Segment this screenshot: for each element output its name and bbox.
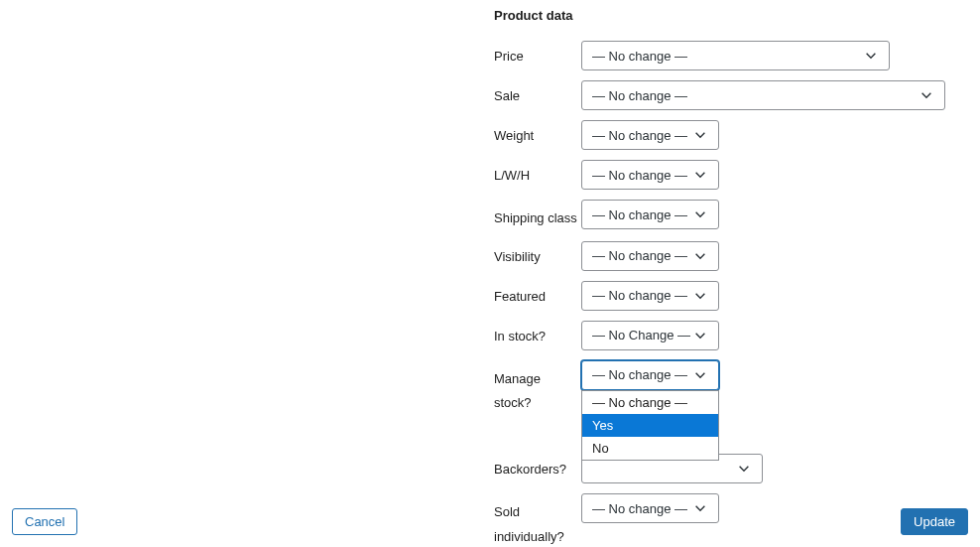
select-weight[interactable]: — No change — xyxy=(581,120,719,150)
select-lwh[interactable]: — No change — xyxy=(581,160,719,190)
label-shipping-class: Shipping class xyxy=(494,200,581,231)
label-sale: Sale xyxy=(494,80,581,105)
chevron-down-icon xyxy=(692,167,708,183)
label-weight: Weight xyxy=(494,120,581,145)
dropdown-option-yes[interactable]: Yes xyxy=(582,414,718,437)
select-featured[interactable]: — No change — xyxy=(581,281,719,311)
select-sale-value: — No change — xyxy=(592,88,687,103)
label-featured: Featured xyxy=(494,281,581,306)
select-lwh-value: — No change — xyxy=(592,168,687,183)
chevron-down-icon xyxy=(692,367,708,383)
label-backorders: Backorders? xyxy=(494,454,581,479)
dropdown-option-no[interactable]: No xyxy=(582,437,718,460)
chevron-down-icon xyxy=(692,328,708,343)
label-lwh: L/W/H xyxy=(494,160,581,185)
select-manage-stock-value: — No change — xyxy=(592,367,687,382)
update-button[interactable]: Update xyxy=(901,508,968,535)
select-shipping-class-value: — No change — xyxy=(592,207,687,222)
cancel-button[interactable]: Cancel xyxy=(12,508,77,535)
label-shipping-class-text: Shipping class xyxy=(494,206,581,231)
dropdown-option-nochange[interactable]: — No change — xyxy=(582,391,718,414)
chevron-down-icon xyxy=(692,127,708,143)
chevron-down-icon xyxy=(692,288,708,304)
label-visibility: Visibility xyxy=(494,241,581,266)
label-in-stock: In stock? xyxy=(494,321,581,345)
chevron-down-icon xyxy=(863,48,879,64)
select-price[interactable]: — No change — xyxy=(581,41,890,70)
select-sale[interactable]: — No change — xyxy=(581,80,945,110)
select-price-value: — No change — xyxy=(592,49,687,64)
chevron-down-icon xyxy=(692,206,708,222)
select-featured-value: — No change — xyxy=(592,288,687,303)
select-manage-stock[interactable]: — No change — xyxy=(581,360,719,390)
label-manage-stock: Manage stock? xyxy=(494,360,581,416)
label-manage-stock-text: Manage stock? xyxy=(494,367,581,416)
section-title: Product data xyxy=(494,8,968,23)
label-price: Price xyxy=(494,41,581,66)
chevron-down-icon xyxy=(692,248,708,264)
dropdown-manage-stock[interactable]: — No change — Yes No xyxy=(581,390,719,461)
chevron-down-icon xyxy=(919,87,934,103)
select-visibility-value: — No change — xyxy=(592,248,687,263)
select-in-stock-value: — No Change — xyxy=(592,328,690,342)
select-visibility[interactable]: — No change — xyxy=(581,241,719,271)
select-in-stock[interactable]: — No Change — xyxy=(581,321,719,350)
chevron-down-icon xyxy=(736,461,752,477)
select-weight-value: — No change — xyxy=(592,128,687,143)
select-shipping-class[interactable]: — No change — xyxy=(581,200,719,229)
